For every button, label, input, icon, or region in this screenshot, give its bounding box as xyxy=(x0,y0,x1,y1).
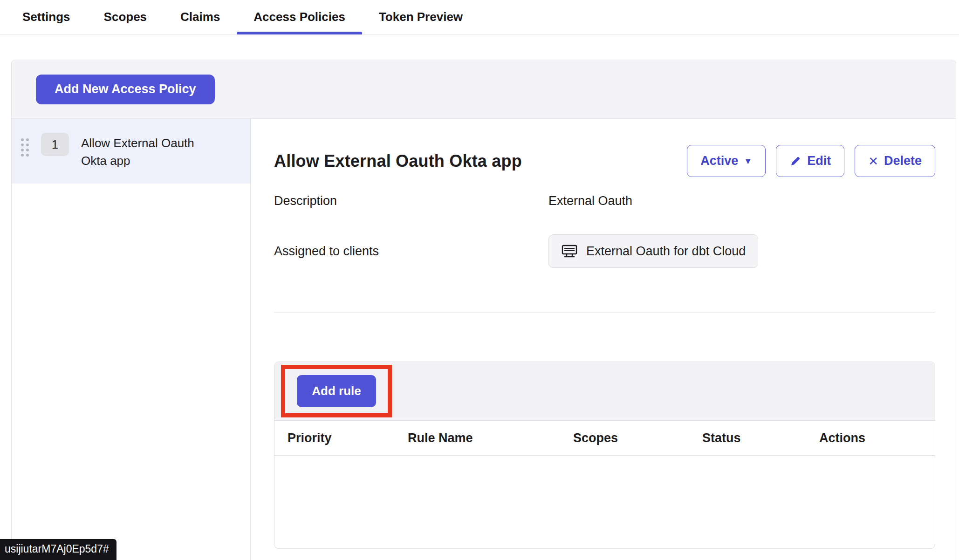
rules-table-header: Priority Rule Name Scopes Status Actions xyxy=(274,421,935,456)
rules-table-body-empty xyxy=(274,456,935,548)
delete-policy-button[interactable]: ✕ Delete xyxy=(855,145,935,177)
tab-token-preview[interactable]: Token Preview xyxy=(362,0,480,34)
panel-toolbar: Add New Access Policy xyxy=(12,60,956,119)
tab-claims[interactable]: Claims xyxy=(164,0,237,34)
policy-list-item[interactable]: 1 Allow External Oauth Okta app xyxy=(12,119,250,184)
policy-list: 1 Allow External Oauth Okta app xyxy=(12,119,251,560)
edit-button-label: Edit xyxy=(807,154,831,168)
column-header-priority: Priority xyxy=(288,431,408,445)
red-annotation-box: Add rule xyxy=(281,365,392,417)
add-new-access-policy-button[interactable]: Add New Access Policy xyxy=(36,75,215,104)
pencil-icon xyxy=(789,155,801,167)
description-value: External Oauth xyxy=(548,194,632,208)
status-dropdown-label: Active xyxy=(700,154,738,168)
client-chip[interactable]: External Oauth for dbt Cloud xyxy=(548,234,758,268)
client-chip-label: External Oauth for dbt Cloud xyxy=(586,244,746,259)
tab-bar: Settings Scopes Claims Access Policies T… xyxy=(0,0,959,34)
tab-access-policies[interactable]: Access Policies xyxy=(237,0,362,34)
access-policies-panel: Add New Access Policy 1 Allow External O… xyxy=(11,60,956,560)
policy-priority-badge: 1 xyxy=(41,133,69,156)
link-url-tooltip: usijiutarM7Aj0Ep5d7# xyxy=(0,539,116,560)
close-icon: ✕ xyxy=(868,155,878,167)
description-row: Description External Oauth xyxy=(274,194,935,208)
tab-settings[interactable]: Settings xyxy=(6,0,87,34)
assigned-clients-row: Assigned to clients External Oauth for d… xyxy=(274,234,935,268)
delete-button-label: Delete xyxy=(884,154,922,168)
section-divider xyxy=(274,313,935,313)
chevron-down-icon: ▼ xyxy=(744,157,752,165)
description-label: Description xyxy=(274,194,548,208)
policy-action-buttons: Active ▼ Edit ✕ Delete xyxy=(687,145,935,177)
computer-icon xyxy=(561,244,579,258)
column-header-actions: Actions xyxy=(819,431,935,445)
drag-handle-icon[interactable] xyxy=(21,138,29,157)
policy-title: Allow External Oauth Okta app xyxy=(274,151,522,171)
column-header-status: Status xyxy=(702,431,819,445)
panel-body: 1 Allow External Oauth Okta app Allow Ex… xyxy=(12,119,956,560)
add-rule-button[interactable]: Add rule xyxy=(297,375,376,407)
policy-detail: Allow External Oauth Okta app Active ▼ E… xyxy=(251,119,956,560)
assigned-clients-label: Assigned to clients xyxy=(274,244,548,259)
rules-card: Add rule Priority Rule Name Scopes Statu… xyxy=(274,362,935,549)
status-dropdown-button[interactable]: Active ▼ xyxy=(687,145,766,177)
policy-detail-header: Allow External Oauth Okta app Active ▼ E… xyxy=(274,145,935,177)
column-header-rule-name: Rule Name xyxy=(408,431,573,445)
policy-list-item-label: Allow External Oauth Okta app xyxy=(81,133,216,170)
rules-toolbar: Add rule xyxy=(274,362,935,421)
tab-scopes[interactable]: Scopes xyxy=(87,0,164,34)
column-header-scopes: Scopes xyxy=(573,431,702,445)
edit-policy-button[interactable]: Edit xyxy=(776,145,844,177)
